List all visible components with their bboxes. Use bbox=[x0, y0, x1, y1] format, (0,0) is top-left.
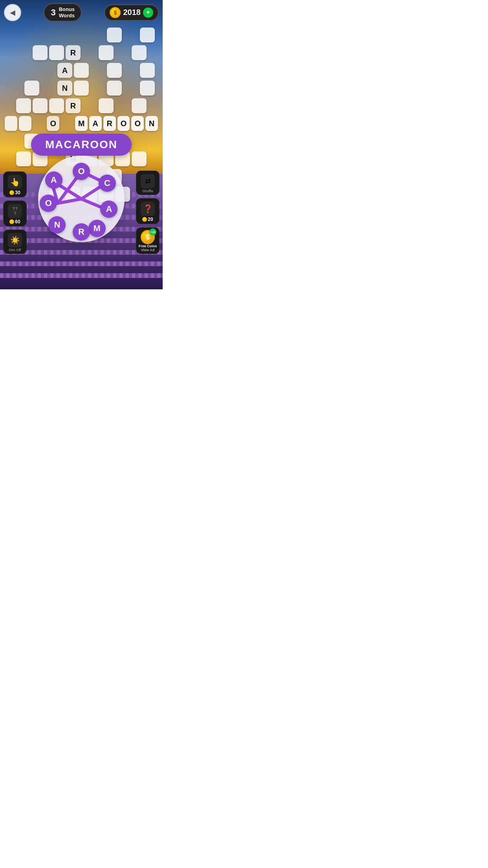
left-powerups: 👆 30 ? ? ? 60 ☀️ Dim Off bbox=[3, 171, 27, 254]
free-coins-button[interactable]: $ +20 Free Coins View Ad bbox=[136, 227, 160, 254]
cell-blank bbox=[107, 28, 122, 42]
cell-blank bbox=[19, 116, 31, 131]
cell-empty bbox=[90, 63, 105, 78]
hint-icon-right: ❓ bbox=[141, 202, 155, 216]
cell-blank bbox=[132, 98, 147, 113]
cell-empty bbox=[41, 63, 56, 78]
cell-letter-solved: O bbox=[117, 116, 130, 131]
cell-empty bbox=[123, 81, 138, 96]
cell-blank bbox=[49, 45, 64, 60]
right-powerups: ⇄ Shuffle ❓ 20 $ +20 Free Coins View Ad bbox=[136, 171, 160, 254]
back-icon: ◀ bbox=[10, 8, 15, 17]
cell-empty bbox=[115, 98, 130, 113]
cell-blank bbox=[5, 116, 17, 131]
cell-blank bbox=[107, 63, 122, 78]
question-cost: 60 bbox=[9, 219, 20, 224]
grid-row: A bbox=[4, 62, 159, 79]
cell-letter-solved: R bbox=[103, 116, 116, 131]
grid-row bbox=[4, 27, 159, 43]
cell-blank bbox=[74, 81, 89, 96]
cell-letter: O bbox=[47, 116, 59, 131]
cell-blank bbox=[132, 45, 147, 60]
header: ◀ 3 BonusWords $ 2018 + bbox=[0, 3, 163, 22]
dim-button[interactable]: ☀️ Dim Off bbox=[3, 230, 27, 254]
grid-row: R bbox=[4, 44, 159, 61]
finger-icon: 👆 bbox=[8, 175, 22, 189]
cell-empty bbox=[8, 81, 23, 96]
cell-blank bbox=[16, 151, 31, 166]
current-word-display: MACAROON bbox=[31, 134, 132, 156]
letter-C[interactable]: C bbox=[99, 175, 116, 192]
sun-icon: ☀️ bbox=[8, 233, 22, 247]
shuffle-button[interactable]: ⇄ Shuffle bbox=[136, 171, 160, 195]
cell-letter-solved: O bbox=[131, 116, 144, 131]
cell-blank bbox=[132, 151, 147, 166]
wheel-background: O C A M R N O A bbox=[38, 156, 125, 242]
cell-empty bbox=[61, 116, 73, 131]
coin-count: 2018 bbox=[123, 8, 141, 17]
coins-badge: $ 2018 + bbox=[104, 4, 159, 21]
letter-N[interactable]: N bbox=[48, 216, 66, 234]
shuffle-label: Shuffle bbox=[142, 189, 153, 193]
hint-cost-right: 20 bbox=[142, 217, 153, 222]
back-button[interactable]: ◀ bbox=[4, 4, 21, 21]
cell-letter-solved: N bbox=[145, 116, 158, 131]
cell-blank bbox=[24, 81, 39, 96]
cell-blank bbox=[99, 45, 114, 60]
letter-A-left[interactable]: A bbox=[45, 171, 62, 189]
cell-letter-solved: M bbox=[75, 116, 88, 131]
grid-row: R bbox=[4, 97, 159, 114]
cell-empty bbox=[90, 81, 105, 96]
cell-empty bbox=[82, 45, 97, 60]
current-word-text: MACAROON bbox=[45, 138, 117, 151]
cell-empty bbox=[8, 63, 23, 78]
add-coins-button[interactable]: + bbox=[143, 7, 153, 18]
bonus-count: 3 bbox=[51, 7, 55, 18]
cell-blank bbox=[49, 98, 64, 113]
shuffle-icon: ⇄ bbox=[141, 174, 155, 188]
cell-empty bbox=[123, 63, 138, 78]
bonus-label: BonusWords bbox=[59, 6, 75, 18]
cell-blank bbox=[140, 28, 155, 42]
letter-R[interactable]: R bbox=[73, 223, 90, 241]
cell-empty bbox=[33, 116, 46, 131]
free-coins-icon: $ +20 bbox=[141, 230, 155, 244]
mini-coin-icon bbox=[9, 219, 14, 224]
coin-icon: $ bbox=[110, 7, 121, 18]
grid-row: O M A R O O N bbox=[4, 115, 159, 132]
cell-empty bbox=[57, 28, 72, 42]
letter-O-left[interactable]: O bbox=[40, 195, 57, 212]
cell-empty bbox=[115, 45, 130, 60]
hint-button-right[interactable]: ❓ 20 bbox=[136, 198, 160, 224]
cell-blank bbox=[140, 81, 155, 96]
free-coins-label: Free Coins bbox=[139, 244, 157, 248]
mini-coin-icon bbox=[142, 217, 147, 222]
cell-letter: N bbox=[57, 81, 72, 96]
cell-empty bbox=[24, 63, 39, 78]
cell-blank bbox=[99, 98, 114, 113]
cell-empty bbox=[123, 28, 138, 42]
bonus-badge: 3 BonusWords bbox=[44, 3, 82, 22]
cell-blank bbox=[33, 45, 48, 60]
plus20-badge: +20 bbox=[149, 228, 156, 235]
question-icon: ? ? ? bbox=[8, 204, 22, 218]
cell-blank bbox=[107, 81, 122, 96]
finger-cost: 30 bbox=[9, 190, 20, 195]
view-ad-label: View Ad bbox=[141, 248, 155, 252]
cell-empty bbox=[24, 28, 39, 42]
cell-blank bbox=[33, 98, 48, 113]
finger-hint-button[interactable]: 👆 30 bbox=[3, 171, 27, 197]
cell-empty bbox=[82, 98, 97, 113]
cell-blank bbox=[16, 98, 31, 113]
letter-M[interactable]: M bbox=[88, 220, 106, 237]
mini-coin-icon bbox=[9, 190, 14, 195]
cell-empty bbox=[16, 45, 31, 60]
letter-O-top[interactable]: O bbox=[73, 163, 90, 180]
question-hint-button[interactable]: ? ? ? 60 bbox=[3, 200, 27, 226]
cell-letter: A bbox=[57, 63, 72, 78]
dim-label: Dim Off bbox=[9, 248, 21, 252]
cell-empty bbox=[90, 28, 105, 42]
letter-A-right[interactable]: A bbox=[100, 200, 117, 218]
letter-wheel[interactable]: O C A M R N O A bbox=[38, 156, 125, 242]
cell-letter: R bbox=[66, 45, 81, 60]
